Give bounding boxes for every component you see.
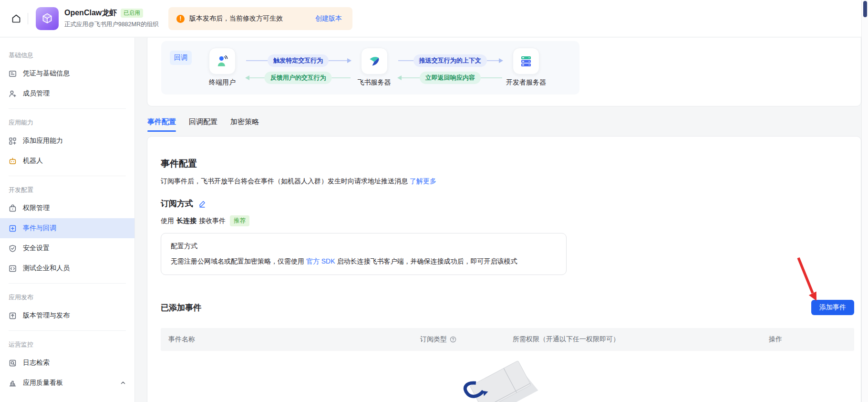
callback-diagram-card: 回调 终端用户 触发特定交互行为 反馈用户的交互行为 (147, 38, 861, 106)
sidebar-item-bot[interactable]: 机器人 (0, 151, 134, 171)
column-actions: 操作 (769, 335, 854, 344)
edit-pencil-icon[interactable] (198, 200, 206, 208)
column-subscription-type: 订阅类型 (420, 335, 513, 344)
app-status-badge: 已启用 (121, 9, 143, 18)
config-desc-part1: 无需注册公网域名或配置加密策略，仅需使用 (171, 257, 306, 265)
callback-badge: 回调 (170, 51, 192, 65)
sidebar: 基础信息 凭证与基础信息 成员管理 应用能力 添加应用能力 机器人 (0, 38, 135, 402)
sidebar-item-security[interactable]: 安全设置 (0, 238, 134, 258)
sidebar-item-add-capability[interactable]: 添加应用能力 (0, 131, 134, 151)
page-scrollbar[interactable] (861, 0, 868, 402)
banner-text: 版本发布后，当前修改方可生效 (189, 14, 283, 23)
permission-lock-icon (9, 204, 17, 212)
home-icon (11, 13, 21, 24)
added-events-header-row: 已添加事件 添加事件 (161, 300, 854, 315)
subscription-type-label: 订阅类型 (420, 335, 447, 344)
sidebar-item-test-org[interactable]: 测试企业和人员 (0, 258, 134, 278)
sidebar-item-members[interactable]: 成员管理 (0, 84, 134, 104)
create-version-link[interactable]: 创建版本 (315, 14, 342, 23)
member-add-icon (9, 90, 17, 98)
scrollbar-thumb[interactable] (863, 1, 867, 17)
sidebar-divider (9, 283, 126, 284)
config-method-title: 配置方式 (171, 242, 557, 251)
empty-box-illustration (462, 356, 553, 402)
sidebar-item-label: 权限管理 (23, 204, 50, 212)
node-end-user: 终端用户 (200, 48, 244, 87)
learn-more-link[interactable]: 了解更多 (410, 177, 436, 185)
event-config-description: 订阅事件后，飞书开放平台将会在事件（如机器人入群）发生时向请求地址推送消息 了解… (161, 177, 854, 186)
flow-label-feedback: 反馈用户的交互行为 (265, 72, 332, 84)
node-label: 开发者服务器 (506, 78, 546, 87)
header-divider (28, 13, 28, 24)
sidebar-item-label: 成员管理 (23, 89, 50, 98)
page-title: 事件配置 (161, 158, 854, 170)
sidebar-divider (9, 330, 126, 331)
log-search-icon (9, 359, 17, 367)
flow-label-trigger: 触发特定交互行为 (268, 54, 329, 67)
usage-suffix: 接收事件 (199, 217, 226, 225)
sidebar-item-log-search[interactable]: 日志检索 (0, 353, 134, 373)
sidebar-item-label: 安全设置 (23, 244, 50, 253)
config-method-box: 配置方式 无需注册公网域名或配置加密策略，仅需使用 官方 SDK 启动长连接飞书… (161, 233, 567, 275)
subscribe-mode-title: 订阅方式 (161, 198, 193, 209)
sidebar-item-label: 凭证与基础信息 (23, 69, 70, 78)
sidebar-item-label: 应用质量看板 (23, 379, 63, 387)
sidebar-group-basic-info: 基础信息 (9, 51, 126, 60)
chevron-up-icon[interactable] (120, 380, 126, 386)
tab-callback-config[interactable]: 回调配置 (189, 117, 217, 132)
sidebar-item-label: 日志检索 (23, 359, 50, 367)
tab-encryption-policy[interactable]: 加密策略 (230, 117, 259, 132)
official-sdk-link[interactable]: 官方 SDK (306, 257, 335, 265)
node-feishu-server: 飞书服务器 (352, 48, 396, 87)
tab-event-config[interactable]: 事件配置 (147, 117, 176, 132)
sidebar-group-release: 应用发布 (9, 293, 126, 302)
sidebar-item-label: 添加应用能力 (23, 137, 63, 145)
column-required-permissions: 所需权限（开通以下任一权限即可） (513, 335, 769, 344)
flow-label-respond: 立即返回响应内容 (420, 72, 481, 84)
event-callback-icon (9, 224, 17, 233)
config-tabs: 事件配置 回调配置 加密策略 (147, 117, 861, 132)
app-header: OpenClaw龙虾 已启用 正式应用@飞书用户9882MR的组织 ! 版本发布… (0, 0, 868, 37)
subscribe-mode-value: 使用 长连接 接收事件 推荐 (161, 215, 854, 226)
sidebar-item-label: 版本管理与发布 (23, 311, 70, 320)
main-content: 回调 终端用户 触发特定交互行为 反馈用户的交互行为 (135, 38, 861, 402)
flow-feishu-developer: 推送交互行为的上下文 立即返回响应内容 (396, 48, 505, 88)
callback-diagram: 回调 终端用户 触发特定交互行为 反馈用户的交互行为 (161, 41, 579, 95)
help-circle-icon[interactable] (450, 336, 456, 343)
sidebar-divider (9, 108, 126, 109)
app-title: OpenClaw龙虾 (64, 8, 117, 18)
app-logo-icon (36, 7, 59, 30)
sidebar-item-quality-dashboard[interactable]: 应用质量看板 (0, 373, 134, 393)
added-events-title: 已添加事件 (161, 302, 201, 313)
server-icon (513, 48, 539, 74)
usage-prefix: 使用 (161, 217, 174, 225)
sidebar-item-events-callbacks[interactable]: 事件与回调 (0, 218, 134, 238)
events-table-header: 事件名称 订阅类型 所需权限（开通以下任一权限即可） 操作 (161, 328, 854, 351)
sidebar-group-capabilities: 应用能力 (9, 118, 126, 127)
home-button[interactable] (8, 10, 25, 27)
robot-icon (9, 157, 17, 165)
add-event-button[interactable]: 添加事件 (811, 300, 854, 315)
recommended-badge: 推荐 (230, 215, 249, 226)
sidebar-item-label: 机器人 (23, 157, 43, 165)
code-icon (9, 264, 17, 273)
usage-mode: 长连接 (176, 217, 196, 225)
id-card-icon (9, 70, 17, 78)
flow-label-push: 推送交互行为的上下文 (413, 54, 487, 67)
config-method-description: 无需注册公网域名或配置加密策略，仅需使用 官方 SDK 启动长连接飞书客户端，并… (171, 257, 557, 266)
feishu-logo-icon (361, 48, 388, 74)
sidebar-item-label: 事件与回调 (23, 224, 56, 233)
sidebar-item-permissions[interactable]: 权限管理 (0, 198, 134, 218)
warning-icon: ! (176, 15, 185, 23)
grid-plus-icon (9, 137, 17, 145)
config-desc-part2: 启动长连接飞书客户端，并确保连接成功后，即可开启该模式 (335, 257, 517, 265)
sidebar-group-dev-config: 开发配置 (9, 186, 126, 194)
sidebar-divider (9, 176, 126, 176)
empty-state (161, 356, 854, 402)
sidebar-item-label: 测试企业和人员 (23, 264, 70, 273)
end-user-icon (209, 48, 236, 74)
node-label: 终端用户 (209, 78, 236, 87)
sidebar-item-version-release[interactable]: 版本管理与发布 (0, 306, 134, 326)
event-config-card: 事件配置 订阅事件后，飞书开放平台将会在事件（如机器人入群）发生时向请求地址推送… (147, 136, 861, 402)
sidebar-item-credentials[interactable]: 凭证与基础信息 (0, 63, 134, 84)
